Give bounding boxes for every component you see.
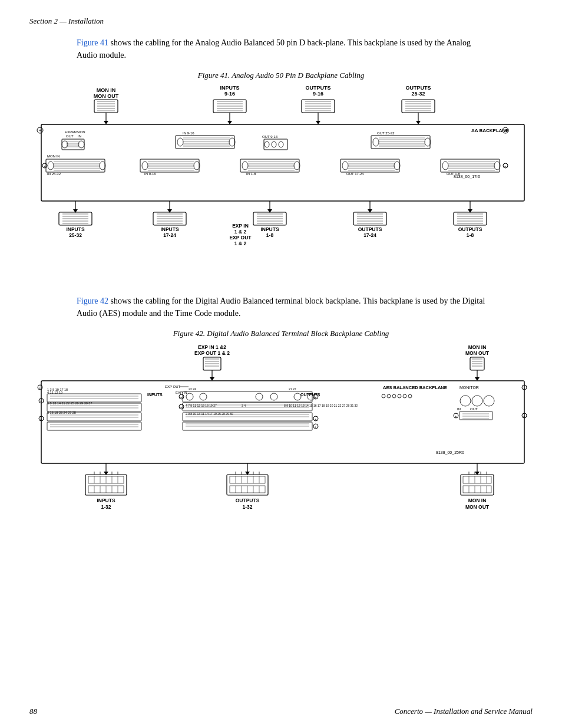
svg-point-245 bbox=[256, 393, 263, 400]
svg-text:+: + bbox=[315, 417, 317, 421]
svg-point-105 bbox=[242, 162, 248, 170]
svg-text:21  22: 21 22 bbox=[289, 387, 296, 391]
svg-point-281 bbox=[398, 394, 401, 398]
svg-text:IN: IN bbox=[457, 407, 461, 411]
section-header: Section 2 — Installation bbox=[29, 17, 104, 25]
svg-point-69 bbox=[279, 141, 283, 147]
svg-rect-66 bbox=[264, 139, 287, 150]
svg-text:3  4: 3 4 bbox=[242, 404, 246, 407]
svg-text:EXP OUT: EXP OUT bbox=[229, 235, 252, 241]
svg-text:MON OUT: MON OUT bbox=[465, 504, 490, 510]
svg-text:+: + bbox=[39, 129, 41, 133]
svg-text:+: + bbox=[315, 396, 317, 399]
svg-rect-71 bbox=[371, 136, 430, 149]
svg-text:MON IN: MON IN bbox=[468, 498, 487, 503]
svg-text:OUTPUTS: OUTPUTS bbox=[405, 85, 431, 91]
svg-text:AES BALANCED BACKPLANE: AES BALANCED BACKPLANE bbox=[383, 385, 447, 390]
svg-rect-40 bbox=[41, 124, 524, 201]
svg-text:INPUTS: INPUTS bbox=[220, 85, 239, 91]
svg-text:+: + bbox=[40, 417, 42, 421]
svg-text:8138_00_17r0: 8138_00_17r0 bbox=[454, 174, 480, 179]
figure-41-ref[interactable]: Figure 41 bbox=[77, 38, 108, 47]
svg-point-273 bbox=[460, 396, 471, 406]
svg-text:MONITOR: MONITOR bbox=[459, 386, 479, 390]
svg-text:OUTPUTS: OUTPUTS bbox=[305, 85, 330, 91]
svg-text:5  8  13  14  21  22  25  26  : 5 8 13 14 21 22 25 26 29 30 37 bbox=[47, 401, 92, 405]
svg-text:9-16: 9-16 bbox=[224, 91, 235, 97]
svg-marker-39 bbox=[416, 121, 421, 124]
svg-text:1-32: 1-32 bbox=[242, 504, 252, 510]
svg-text:OUT: OUT bbox=[470, 407, 478, 411]
svg-point-83 bbox=[48, 162, 54, 170]
svg-text:INPUTS: INPUTS bbox=[97, 498, 115, 503]
svg-point-57 bbox=[177, 138, 183, 146]
svg-text:OUT 25-32: OUT 25-32 bbox=[377, 131, 395, 135]
svg-marker-208 bbox=[475, 377, 480, 381]
svg-text:OUTPUTS: OUTPUTS bbox=[358, 226, 382, 232]
svg-text:OUT 9-16: OUT 9-16 bbox=[262, 135, 278, 139]
svg-rect-82 bbox=[46, 159, 105, 172]
svg-text:+: + bbox=[523, 414, 525, 418]
svg-text:OUTPUTS: OUTPUTS bbox=[458, 226, 482, 232]
svg-rect-242 bbox=[183, 391, 312, 402]
svg-text:25-32: 25-32 bbox=[69, 232, 82, 238]
svg-point-282 bbox=[403, 394, 406, 398]
svg-text:MON IN: MON IN bbox=[47, 154, 60, 158]
intro-paragraph-2: Figure 42 shows the cabling for the Digi… bbox=[77, 295, 485, 319]
svg-text:INPUTS: INPUTS bbox=[66, 226, 85, 232]
svg-point-274 bbox=[472, 396, 482, 406]
svg-text:EXP IN 1 &2: EXP IN 1 &2 bbox=[198, 344, 226, 350]
svg-point-246 bbox=[270, 393, 277, 400]
svg-text:+: + bbox=[180, 406, 183, 409]
svg-text:MON OUT: MON OUT bbox=[94, 93, 119, 99]
svg-rect-94 bbox=[140, 159, 199, 172]
svg-text:+: + bbox=[455, 414, 457, 418]
figure-42-caption: Figure 42. Digital Audio Balanced Termin… bbox=[29, 329, 533, 338]
svg-rect-124 bbox=[441, 159, 500, 172]
svg-rect-114 bbox=[340, 159, 399, 172]
svg-text:+: + bbox=[39, 386, 41, 390]
svg-text:1-8: 1-8 bbox=[467, 232, 474, 238]
svg-rect-335 bbox=[461, 475, 494, 495]
svg-text:IN 9-16: IN 9-16 bbox=[144, 172, 156, 176]
svg-text:23  24: 23 24 bbox=[189, 387, 196, 391]
svg-text:MON IN: MON IN bbox=[97, 87, 116, 93]
svg-text:+: + bbox=[40, 400, 42, 403]
svg-text:4  7  8  11  12  15  16  19  2: 4 7 8 11 12 15 16 19 27 bbox=[186, 404, 217, 407]
svg-text:+: + bbox=[44, 164, 46, 168]
svg-text:9-16: 9-16 bbox=[313, 91, 323, 97]
svg-text:IN 9-16: IN 9-16 bbox=[183, 131, 194, 135]
svg-text:MON IN: MON IN bbox=[468, 344, 487, 350]
svg-point-95 bbox=[142, 162, 148, 170]
svg-marker-33 bbox=[104, 121, 108, 124]
svg-text:8  15  18  23  24  27  28: 8 15 18 23 24 27 28 bbox=[47, 411, 76, 414]
svg-point-275 bbox=[484, 396, 494, 406]
svg-text:+: + bbox=[523, 386, 525, 390]
svg-text:+: + bbox=[504, 129, 507, 133]
svg-text:+: + bbox=[180, 396, 183, 399]
svg-rect-56 bbox=[176, 136, 234, 149]
svg-point-67 bbox=[265, 141, 269, 147]
svg-rect-229 bbox=[47, 422, 141, 430]
figure-41-caption: Figure 41. Analog Audio 50 Pin D Backpla… bbox=[29, 71, 533, 80]
svg-text:INPUTS: INPUTS bbox=[147, 393, 163, 397]
manual-title: Concerto — Installation and Service Manu… bbox=[395, 707, 533, 716]
svg-text:OUTPUTS: OUTPUTS bbox=[236, 498, 260, 503]
svg-marker-206 bbox=[210, 377, 214, 381]
svg-text:IN 1-8: IN 1-8 bbox=[246, 172, 256, 176]
svg-point-244 bbox=[200, 393, 207, 400]
svg-text:OUT: OUT bbox=[66, 134, 74, 138]
svg-text:INPUTS: INPUTS bbox=[160, 226, 179, 232]
svg-text:1 & 2: 1 & 2 bbox=[234, 229, 247, 235]
svg-point-278 bbox=[382, 394, 385, 398]
svg-rect-218 bbox=[47, 394, 141, 402]
svg-rect-104 bbox=[240, 159, 299, 172]
svg-point-279 bbox=[387, 394, 391, 398]
figure-41-diagram: MON IN MON OUT INPUTS 9-16 OUTPUTS 9-16 … bbox=[29, 84, 536, 284]
svg-text:EXP OUT: EXP OUT bbox=[165, 385, 181, 388]
svg-point-243 bbox=[186, 393, 193, 400]
svg-point-247 bbox=[294, 393, 301, 400]
svg-rect-336 bbox=[463, 476, 491, 483]
figure-42-ref[interactable]: Figure 42 bbox=[77, 297, 108, 305]
svg-text:8138_00_25R0: 8138_00_25R0 bbox=[436, 450, 464, 455]
